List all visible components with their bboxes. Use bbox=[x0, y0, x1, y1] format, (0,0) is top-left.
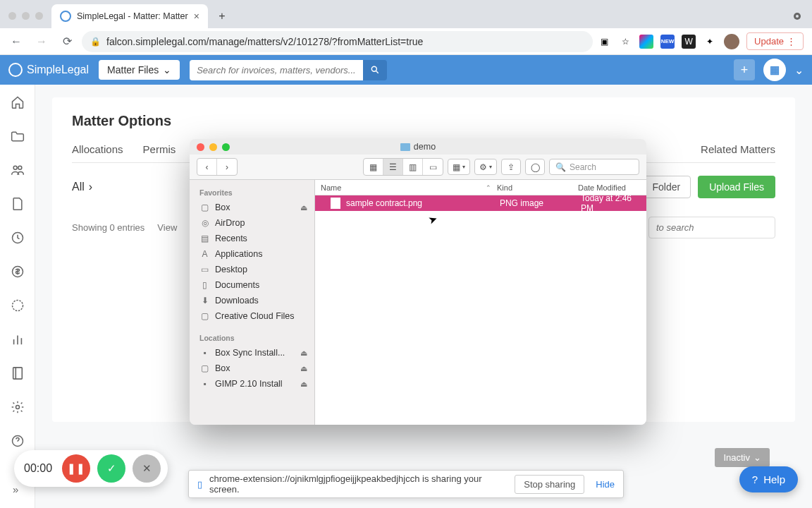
status-inactive[interactable]: Inactiv⌄ bbox=[715, 448, 770, 467]
sidebar-item-applications[interactable]: AApplications bbox=[190, 246, 314, 262]
tab-permissions[interactable]: Permis bbox=[143, 143, 176, 155]
eject-icon: ⏏ bbox=[300, 349, 307, 358]
cancel-button[interactable]: ✕ bbox=[133, 454, 161, 483]
sidebar-item-location[interactable]: ▪GIMP 2.10 Install⏏ bbox=[190, 376, 314, 392]
finder-window-controls[interactable] bbox=[197, 143, 230, 151]
reload-button[interactable]: ⟳ bbox=[56, 31, 78, 52]
minimize-icon[interactable] bbox=[209, 143, 217, 151]
view-toggle[interactable]: View bbox=[157, 222, 177, 233]
upload-files-button[interactable]: Upload Files bbox=[698, 176, 775, 198]
finder-search[interactable]: 🔍 Search bbox=[549, 159, 639, 175]
back-button[interactable]: ← bbox=[6, 31, 27, 52]
screen-share-bar: ▯ chrome-extension://ojnikmlgjpfiogeijjk… bbox=[188, 470, 624, 498]
sidebar-item-desktop[interactable]: ▭Desktop bbox=[190, 262, 314, 277]
chrome-menu-icon[interactable] bbox=[782, 11, 812, 28]
recorder-widget: 00:00 ❚❚ ✓ ✕ bbox=[14, 450, 168, 487]
arrange-button[interactable]: ▦ ▾ bbox=[448, 159, 470, 175]
forward-button[interactable]: › bbox=[217, 159, 237, 175]
profile-avatar[interactable] bbox=[724, 34, 739, 49]
lock-icon: 🔒 bbox=[90, 37, 101, 47]
sidebar-item-creative-cloud[interactable]: ▢Creative Cloud Files bbox=[190, 308, 314, 324]
gauge-icon[interactable] bbox=[10, 298, 25, 313]
finder-sidebar: Favorites ▢Box⏏ ◎AirDrop ▤Recents AAppli… bbox=[190, 180, 315, 425]
search-input[interactable] bbox=[190, 60, 363, 80]
eject-icon: ⏏ bbox=[300, 380, 307, 389]
back-button[interactable]: ‹ bbox=[197, 159, 217, 175]
sidebar-item-location[interactable]: ▢Box⏏ bbox=[190, 361, 314, 376]
tab-related-matters[interactable]: Related Matters bbox=[701, 143, 775, 155]
finder-toolbar: ‹ › ▦ ☰ ▥ ▭ ▦ ▾ ⚙ ▾ ⇪ ◯ 🔍 Search bbox=[190, 155, 646, 180]
browser-tab[interactable]: SimpleLegal - Matter: Matter × bbox=[51, 4, 208, 28]
dollar-icon[interactable] bbox=[10, 264, 25, 279]
people-icon[interactable] bbox=[10, 162, 25, 178]
chevron-down-icon: ⌄ bbox=[753, 452, 761, 463]
view-list-button[interactable]: ☰ bbox=[383, 159, 403, 175]
tab-title: SimpleLegal - Matter: Matter bbox=[77, 11, 188, 21]
help-fab[interactable]: ? Help bbox=[739, 466, 798, 492]
stop-sharing-button[interactable]: Stop sharing bbox=[515, 475, 584, 494]
extensions-menu-icon[interactable]: ✦ bbox=[703, 35, 717, 49]
clock-icon[interactable] bbox=[10, 230, 25, 246]
update-button[interactable]: Update⋮ bbox=[746, 32, 804, 50]
brand-logo[interactable]: SimpleLegal bbox=[8, 63, 89, 77]
pause-button[interactable]: ❚❚ bbox=[62, 454, 90, 483]
svg-line-3 bbox=[376, 71, 379, 73]
book-icon[interactable] bbox=[10, 365, 25, 381]
filter-all[interactable]: All › bbox=[72, 181, 92, 193]
confirm-button[interactable]: ✓ bbox=[97, 454, 125, 483]
sidebar-item-box[interactable]: ▢Box⏏ bbox=[190, 200, 314, 215]
sidebar-item-location[interactable]: ▪Box Sync Install...⏏ bbox=[190, 345, 314, 361]
add-folder-button[interactable]: Folder bbox=[641, 176, 691, 198]
add-button[interactable]: + bbox=[734, 59, 755, 80]
file-date: Today at 2:46 PM bbox=[581, 193, 646, 213]
forward-button[interactable]: → bbox=[31, 31, 52, 52]
tab-allocations[interactable]: Allocations bbox=[72, 143, 123, 155]
share-button[interactable]: ⇪ bbox=[501, 159, 521, 175]
star-icon[interactable]: ☆ bbox=[618, 35, 632, 49]
folder-icon[interactable] bbox=[10, 128, 25, 144]
svg-point-8 bbox=[12, 301, 23, 311]
view-columns-button[interactable]: ▥ bbox=[403, 159, 423, 175]
apps-icon[interactable]: ▦ bbox=[763, 59, 786, 81]
entries-count: Showing 0 entries bbox=[72, 222, 144, 233]
expand-rail-toggle[interactable]: » bbox=[13, 483, 18, 495]
search-button[interactable] bbox=[363, 60, 387, 80]
document-icon[interactable] bbox=[10, 196, 25, 212]
action-button[interactable]: ⚙ ▾ bbox=[474, 159, 497, 175]
table-search-input[interactable] bbox=[648, 217, 775, 238]
close-tab-icon[interactable]: × bbox=[194, 11, 199, 22]
help-icon[interactable] bbox=[10, 433, 25, 449]
user-menu-chevron[interactable]: ⌄ bbox=[794, 64, 804, 77]
camera-icon[interactable]: ▣ bbox=[597, 35, 611, 49]
page-title: Matter Options bbox=[72, 113, 775, 129]
extension-icon[interactable] bbox=[639, 35, 653, 49]
sidebar-item-recents[interactable]: ▤Recents bbox=[190, 231, 314, 246]
window-controls[interactable] bbox=[4, 12, 51, 28]
tags-button[interactable]: ◯ bbox=[525, 159, 545, 175]
file-icon bbox=[331, 198, 340, 209]
sidebar-item-downloads[interactable]: ⬇Downloads bbox=[190, 293, 314, 308]
left-nav-rail bbox=[0, 85, 35, 508]
home-icon[interactable] bbox=[10, 95, 25, 110]
close-icon[interactable] bbox=[197, 143, 204, 151]
context-dropdown[interactable]: Matter Files ⌄ bbox=[99, 60, 180, 80]
maximize-icon[interactable] bbox=[222, 143, 230, 151]
finder-titlebar[interactable]: demo bbox=[190, 139, 646, 155]
view-gallery-button[interactable]: ▭ bbox=[423, 159, 443, 175]
app-header: SimpleLegal Matter Files ⌄ + ▦ ⌄ bbox=[0, 55, 812, 85]
gear-icon[interactable] bbox=[10, 399, 25, 415]
address-bar[interactable]: 🔒 falcon.simplelegal.com/manage/matters/… bbox=[82, 31, 593, 52]
chevron-down-icon: ⌄ bbox=[163, 64, 171, 75]
svg-point-4 bbox=[13, 166, 17, 169]
sidebar-item-documents[interactable]: ▯Documents bbox=[190, 277, 314, 293]
file-row[interactable]: sample contract.png PNG image Today at 2… bbox=[315, 195, 646, 211]
view-icons-button[interactable]: ▦ bbox=[364, 159, 383, 175]
extension-icon[interactable]: NEW bbox=[660, 35, 675, 49]
extension-icon[interactable]: W bbox=[682, 35, 696, 49]
chart-icon[interactable] bbox=[10, 332, 25, 347]
finder-title: demo bbox=[414, 142, 436, 152]
recorder-time: 00:00 bbox=[21, 462, 55, 475]
new-tab-button[interactable]: + bbox=[212, 6, 232, 26]
hide-share-button[interactable]: Hide bbox=[596, 479, 615, 490]
sidebar-item-airdrop[interactable]: ◎AirDrop bbox=[190, 215, 314, 231]
